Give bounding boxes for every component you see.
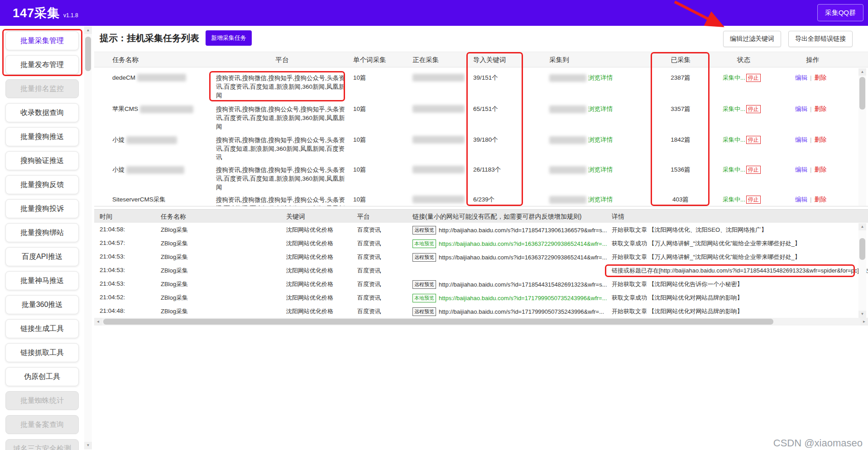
redacted-task-name xyxy=(126,166,184,174)
log-url-link[interactable]: https://baijiahao.baidu.com/s?id=1636372… xyxy=(439,240,607,247)
log-task-name: ZBlog采集 xyxy=(161,267,233,275)
preview-badge[interactable]: 本地预览 xyxy=(412,239,436,248)
task-per-keyword-count: 10篇 xyxy=(353,166,398,174)
edit-link[interactable]: 编辑 xyxy=(795,196,807,203)
status-collecting-label: 采集中... xyxy=(723,136,745,143)
preview-badge[interactable]: 远程预览 xyxy=(412,226,436,235)
redacted-running-keyword xyxy=(412,74,465,81)
log-url-link[interactable]: http://baijiahao.baidu.com/s?id=17179990… xyxy=(439,308,604,315)
delete-link[interactable]: 删除 xyxy=(815,74,827,81)
task-keywords-progress: 26/1183个 xyxy=(473,166,527,174)
log-task-name: ZBlog采集 xyxy=(161,253,233,261)
log-table-body: 21:04:58: ZBlog采集 沈阳网站优化价格 百度资讯 远程预览http… xyxy=(94,223,868,318)
preview-badge[interactable]: 远程预览 xyxy=(412,307,436,316)
edit-link[interactable]: 编辑 xyxy=(795,105,807,112)
delete-link[interactable]: 删除 xyxy=(815,196,827,203)
log-horizontal-scrollbar-thumb[interactable] xyxy=(103,319,773,325)
log-horizontal-scrollbar[interactable]: ◄ ► xyxy=(94,318,868,326)
sidebar-item[interactable]: 链接抓取工具 xyxy=(5,343,79,362)
scroll-up-icon[interactable]: ▲ xyxy=(858,223,866,230)
scroll-up-icon[interactable]: ▲ xyxy=(858,68,866,76)
log-header-detail: 详情 xyxy=(612,210,858,223)
log-platform: 百度资讯 xyxy=(357,294,407,302)
edit-link[interactable]: 编辑 xyxy=(795,74,807,81)
preview-badge[interactable]: 远程预览 xyxy=(412,253,436,262)
stop-button[interactable]: 停止 xyxy=(746,196,761,204)
delete-link[interactable]: 删除 xyxy=(815,136,827,143)
browse-details-link[interactable]: 浏览详情 xyxy=(588,105,613,112)
task-scrollbar-thumb[interactable] xyxy=(859,77,865,110)
sidebar-scrollbar-thumb[interactable] xyxy=(85,37,91,71)
log-task-name: ZBlog采集 xyxy=(161,226,233,234)
sidebar-item[interactable]: 百度API推送 xyxy=(5,247,79,266)
scroll-down-icon[interactable]: ▼ xyxy=(858,311,866,318)
task-name: SiteserverCMS采集 xyxy=(112,196,166,203)
status-collecting-label: 采集中... xyxy=(723,105,745,112)
task-table-scrollbar[interactable]: ▲ xyxy=(858,68,866,206)
sidebar-item[interactable]: 批量搜狗推送 xyxy=(5,127,79,146)
divider xyxy=(810,74,812,81)
browse-details-link[interactable]: 浏览详情 xyxy=(588,166,613,173)
stop-button[interactable]: 停止 xyxy=(746,166,761,174)
task-name: 小旋 xyxy=(112,166,125,173)
delete-link[interactable]: 删除 xyxy=(815,105,827,112)
log-url-link[interactable]: http://baijiahao.baidu.com/s?id=17185471… xyxy=(439,227,607,234)
log-scrollbar-thumb[interactable] xyxy=(859,238,865,260)
browse-details-link[interactable]: 浏览详情 xyxy=(588,196,613,203)
log-keyword: 沈阳网站优化价格 xyxy=(286,267,359,275)
log-detail: 开始获取文章 【万人网络讲解_“沈阳网站优化”能给企业带来哪些好处_】 xyxy=(612,253,858,261)
sidebar-item[interactable]: 批量神马推送 xyxy=(5,271,79,290)
log-task-name: ZBlog采集 xyxy=(161,294,233,302)
sidebar-item[interactable]: 批量发布管理 xyxy=(5,55,79,74)
preview-badge[interactable]: 远程预览 xyxy=(412,280,436,289)
status-collecting-label: 采集中... xyxy=(723,196,745,203)
log-url-link[interactable]: http://baijiahao.baidu.com/s?id=17185443… xyxy=(439,281,607,288)
log-url-link[interactable]: https://baijiahao.baidu.com/s?id=1717999… xyxy=(439,295,607,302)
redacted-collect-target xyxy=(549,166,586,174)
sidebar-item[interactable]: 批量搜狗投诉 xyxy=(5,199,79,218)
scroll-up-icon[interactable]: ▲ xyxy=(84,27,92,34)
browse-details-link[interactable]: 浏览详情 xyxy=(588,74,613,81)
sidebar-item[interactable]: 搜狗验证推送 xyxy=(5,151,79,170)
add-task-button[interactable]: 新增采集任务 xyxy=(206,30,252,46)
scroll-right-icon[interactable]: ► xyxy=(860,318,868,326)
log-row: 21:04:52: ZBlog采集 沈阳网站优化价格 百度资讯 本地预览http… xyxy=(94,291,868,305)
browse-details-link[interactable]: 浏览详情 xyxy=(588,136,613,143)
log-task-name: ZBlog采集 xyxy=(161,239,233,248)
task-collected-count: 1842篇 xyxy=(658,136,703,144)
log-table-scrollbar[interactable]: ▲ ▼ xyxy=(858,223,866,318)
task-row: 小旋 搜狗资讯,搜狗微信,搜狗知乎,搜狗公众号,头条资讯,百度知道,新浪新闻,3… xyxy=(94,130,868,160)
log-task-name: ZBlog采集 xyxy=(161,307,233,316)
sidebar-item[interactable]: 批量采集管理 xyxy=(5,31,79,50)
col-header-platform: 平台 xyxy=(216,52,348,68)
task-keywords-progress: 65/151个 xyxy=(473,105,527,113)
delete-link[interactable]: 删除 xyxy=(815,166,827,173)
log-url-link[interactable]: https://baijiahao.baidu.com/s?id=1636372… xyxy=(439,254,607,261)
sidebar-item[interactable]: 批量360推送 xyxy=(5,295,79,314)
export-error-links-button[interactable]: 导出全部错误链接 xyxy=(788,31,853,47)
sidebar-item[interactable]: 批量搜狗反馈 xyxy=(5,175,79,194)
stop-button[interactable]: 停止 xyxy=(746,105,761,113)
scroll-left-icon[interactable]: ◄ xyxy=(94,318,102,326)
edit-link[interactable]: 编辑 xyxy=(795,166,807,173)
stop-button[interactable]: 停止 xyxy=(746,136,761,144)
scroll-down-icon[interactable]: ▼ xyxy=(84,442,92,449)
sidebar: 批量采集管理批量发布管理批量排名监控收录数据查询批量搜狗推送搜狗验证推送批量搜狗… xyxy=(0,26,84,450)
preview-badge[interactable]: 本地预览 xyxy=(412,294,436,302)
redacted-running-keyword xyxy=(412,105,465,113)
log-row: 21:04:48: ZBlog采集 沈阳网站优化价格 百度资讯 远程预览http… xyxy=(94,305,868,318)
task-row: 苹果CMS 搜狗资讯,搜狗微信,搜狗公众号,搜狗知乎,头条资讯,百度资讯,百度知… xyxy=(94,99,868,130)
task-keywords-progress: 39/151个 xyxy=(473,74,527,82)
stop-button[interactable]: 停止 xyxy=(746,74,761,82)
edit-filter-keywords-button[interactable]: 编辑过滤关键词 xyxy=(723,31,781,47)
edit-link[interactable]: 编辑 xyxy=(795,136,807,143)
col-header-running: 正在采集 xyxy=(412,52,472,68)
sidebar-item[interactable]: 链接生成工具 xyxy=(5,319,79,338)
sidebar-item[interactable]: 收录数据查询 xyxy=(5,103,79,122)
redacted-collect-target xyxy=(549,74,586,82)
sidebar-scrollbar[interactable]: ▲ ▼ xyxy=(84,26,92,450)
sidebar-item[interactable]: 伪原创工具 xyxy=(5,367,79,386)
log-header-time: 时间 xyxy=(100,210,154,223)
sidebar-item[interactable]: 批量搜狗绑站 xyxy=(5,223,79,242)
qq-group-button[interactable]: 采集QQ群 xyxy=(817,4,863,21)
